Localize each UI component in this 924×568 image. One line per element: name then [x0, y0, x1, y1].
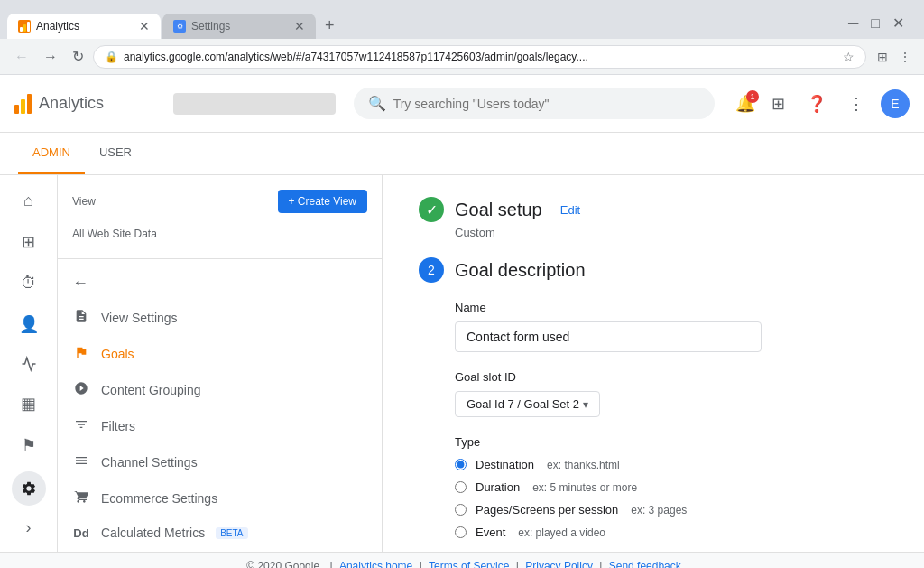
nav-panel-header: View + Create View [58, 190, 382, 224]
settings-icon-btn[interactable] [12, 471, 46, 506]
expand-sidebar-btn[interactable]: › [17, 509, 41, 546]
audience-icon-btn[interactable]: 👤 [10, 305, 48, 343]
create-view-button[interactable]: + Create View [278, 190, 368, 213]
right-panel: ✓ Goal setup Edit Custom 2 Goal descript… [383, 175, 924, 552]
step-2-indicator: 2 [419, 257, 444, 283]
home-icon-btn[interactable]: ⌂ [14, 182, 42, 219]
behavior-icon-btn[interactable]: ▦ [12, 385, 45, 423]
goal-setup-title: Goal setup [455, 200, 542, 220]
acquisition-icon-btn[interactable] [12, 347, 46, 381]
calculated-metrics-icon: Dd [72, 526, 90, 540]
analytics-home-link[interactable]: Analytics home [339, 560, 412, 568]
logo-bar-3 [27, 94, 32, 114]
help-button[interactable]: ❓ [801, 88, 832, 119]
type-label: Type [455, 435, 888, 449]
goal-slot-form-group: Goal slot ID Goal Id 7 / Goal Set 2 ▾ [455, 370, 888, 417]
more-options-icon[interactable]: ⋮ [895, 46, 915, 68]
goals-label: Goals [101, 347, 134, 361]
analytics-tab-close[interactable]: ✕ [139, 20, 150, 33]
settings-tab-close[interactable]: ✕ [294, 20, 305, 33]
copyright-text: © 2020 Google [246, 560, 319, 568]
back-button[interactable]: ← [9, 45, 34, 69]
goal-slot-select[interactable]: Goal Id 7 / Goal Set 2 ▾ [455, 391, 600, 417]
edit-link[interactable]: Edit [560, 203, 580, 217]
destination-label: Destination [476, 458, 534, 471]
tabs-bar: Analytics ✕ ⚙ Settings ✕ + ─ □ ✕ [0, 0, 924, 39]
goal-setup-check-icon: ✓ [419, 197, 444, 222]
privacy-policy-link[interactable]: Privacy Policy [525, 560, 593, 568]
logo-bar-2 [21, 99, 25, 114]
radio-pages-screens[interactable]: Pages/Screens per session ex: 3 pages [455, 503, 888, 517]
sidebar-item-view-settings[interactable]: View Settings [58, 300, 382, 336]
radio-destination-input[interactable] [455, 459, 467, 470]
sidebar-item-goals[interactable]: Goals [58, 336, 382, 372]
goal-setup-header: ✓ Goal setup Edit [419, 197, 888, 222]
send-feedback-link[interactable]: Send feedback [609, 560, 681, 568]
filters-icon [72, 417, 90, 435]
analytics-tab[interactable]: Analytics ✕ [7, 14, 161, 39]
close-window-button[interactable]: ✕ [887, 11, 910, 35]
view-label: View [72, 195, 96, 208]
realtime-icon-btn[interactable]: ⏱ [12, 265, 46, 302]
channel-settings-label: Channel Settings [101, 455, 198, 470]
nav-panel: View + Create View All Web Site Data ← V… [58, 175, 383, 552]
footer-separator-3: | [516, 560, 522, 568]
avatar[interactable]: E [881, 89, 910, 118]
sidebar-item-channel-settings[interactable]: Channel Settings [58, 444, 382, 480]
apps-button[interactable]: ⊞ [766, 88, 790, 119]
filters-label: Filters [101, 419, 135, 433]
goal-description-header: 2 Goal description [419, 257, 888, 283]
radio-duration[interactable]: Duration ex: 5 minutes or more [455, 480, 888, 494]
icon-sidebar: ⌂ ⊞ ⏱ 👤 ▦ ⚑ › [0, 175, 58, 552]
radio-pages-input[interactable] [455, 504, 467, 516]
notification-badge: 1 [746, 90, 759, 103]
sub-nav: ADMIN USER [0, 133, 924, 175]
reload-button[interactable]: ↻ [67, 44, 89, 69]
goal-slot-label: Goal slot ID [455, 370, 888, 384]
name-label: Name [455, 301, 888, 314]
conversions-icon-btn[interactable]: ⚑ [13, 426, 45, 464]
search-icon: 🔍 [368, 95, 386, 112]
name-input[interactable] [455, 321, 762, 352]
radio-destination[interactable]: Destination ex: thanks.html [455, 458, 888, 471]
type-section: Type Destination ex: thanks.html Duratio… [455, 435, 888, 539]
sidebar-item-filters[interactable]: Filters [58, 408, 382, 444]
search-bar[interactable]: 🔍 [354, 88, 715, 119]
bookmark-icon: ☆ [843, 50, 855, 64]
goal-slot-value: Goal Id 7 / Goal Set 2 [467, 397, 579, 411]
search-input[interactable] [393, 97, 700, 111]
sidebar-item-ecommerce-settings[interactable]: Ecommerce Settings [58, 480, 382, 517]
extensions-icon[interactable]: ⊞ [873, 46, 892, 68]
terms-of-service-link[interactable]: Terms of Service [429, 560, 509, 568]
lock-icon: 🔒 [105, 51, 118, 63]
goal-description-title: Goal description [455, 260, 586, 281]
sidebar-item-calculated-metrics[interactable]: Dd Calculated Metrics BETA [58, 517, 382, 549]
minimize-button[interactable]: ─ [843, 11, 864, 35]
maximize-button[interactable]: □ [865, 11, 885, 35]
forward-button[interactable]: → [38, 45, 63, 69]
tab-user[interactable]: USER [85, 133, 146, 174]
calculated-metrics-label: Calculated Metrics [101, 526, 205, 540]
url-text: analytics.google.com/analytics/web/#/a74… [124, 51, 837, 63]
back-nav-button[interactable]: ← [58, 266, 103, 300]
notifications-button[interactable]: 🔔 1 [735, 94, 755, 114]
goal-custom-label: Custom [455, 226, 888, 239]
tab-admin[interactable]: ADMIN [18, 133, 85, 174]
event-label: Event [476, 526, 505, 539]
pages-screens-label: Pages/Screens per session [476, 503, 618, 517]
goals-icon [72, 345, 90, 363]
sidebar-item-content-grouping[interactable]: Content Grouping [58, 372, 382, 408]
account-name [173, 93, 336, 115]
settings-tab[interactable]: ⚙ Settings ✕ [162, 14, 316, 39]
address-bar[interactable]: 🔒 analytics.google.com/analytics/web/#/a… [93, 45, 866, 69]
dashboard-icon-btn[interactable]: ⊞ [13, 223, 44, 261]
beta-badge: BETA [216, 527, 247, 539]
more-button[interactable]: ⋮ [843, 88, 870, 119]
logo-bar-1 [14, 105, 19, 114]
radio-duration-input[interactable] [455, 481, 467, 493]
radio-event-input[interactable] [455, 526, 467, 538]
new-tab-button[interactable]: + [318, 13, 342, 39]
nav-items: View Settings Goals Content Grouping [58, 300, 382, 549]
radio-event[interactable]: Event ex: played a video [455, 526, 888, 539]
footer: © 2020 Google | Analytics home | Terms o… [0, 552, 924, 568]
